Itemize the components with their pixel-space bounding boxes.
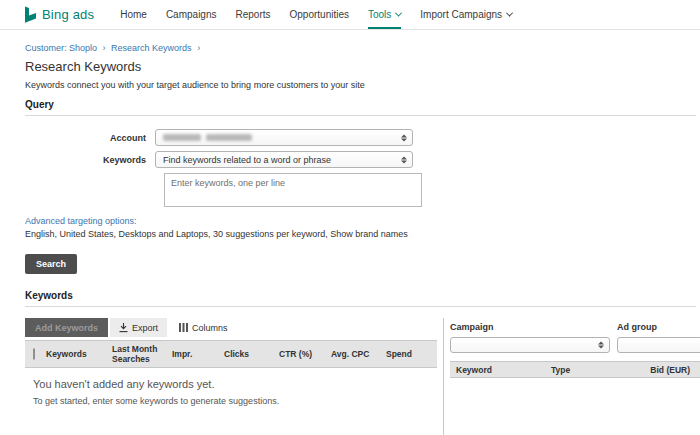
destination-fields: Campaign Ad group bbox=[450, 322, 700, 353]
columns-button[interactable]: Columns bbox=[171, 318, 236, 337]
breadcrumb-customer-link[interactable]: Customer: Shoplo bbox=[25, 43, 97, 53]
ad-group-select[interactable] bbox=[617, 337, 700, 353]
advanced-targeting-summary: English, United States, Desktops and Lap… bbox=[25, 229, 700, 239]
columns-icon bbox=[179, 323, 188, 332]
column-header-bid[interactable]: Bid (EUR) bbox=[635, 365, 700, 375]
add-keywords-button[interactable]: Add Keywords bbox=[25, 318, 108, 337]
page-subtitle: Keywords connect you with your target au… bbox=[25, 80, 700, 90]
select-stepper-icon bbox=[401, 156, 407, 163]
select-stepper-icon bbox=[401, 134, 407, 141]
keywords-mode-row: Keywords Find keywords related to a word… bbox=[0, 151, 700, 168]
column-header-spend[interactable]: Spend bbox=[383, 346, 437, 362]
campaign-select[interactable] bbox=[450, 337, 610, 353]
keywords-mode-select[interactable]: Find keywords related to a word or phras… bbox=[155, 151, 413, 168]
nav-item-home[interactable]: Home bbox=[120, 0, 147, 29]
nav-item-import-campaigns[interactable]: Import Campaigns bbox=[420, 0, 512, 29]
nav-item-tools[interactable]: Tools bbox=[368, 0, 401, 29]
column-header-avg-cpc[interactable]: Avg. CPC bbox=[328, 346, 383, 362]
search-button[interactable]: Search bbox=[25, 254, 77, 274]
page-title: Research Keywords bbox=[25, 59, 700, 74]
keywords-textarea-row bbox=[0, 173, 700, 207]
keywords-mode-selected-option: Find keywords related to a word or phras… bbox=[163, 155, 331, 165]
column-header-keyword[interactable]: Keyword bbox=[450, 365, 545, 375]
select-all-checkbox[interactable] bbox=[33, 348, 35, 360]
keywords-table-header: Keywords Last Month Searches Impr. Click… bbox=[25, 340, 437, 368]
download-icon bbox=[119, 323, 128, 333]
campaign-field: Campaign bbox=[450, 322, 610, 353]
keywords-workspace: Add Keywords Export Columns Keywords bbox=[0, 318, 700, 435]
column-header-last-month-searches[interactable]: Last Month Searches bbox=[109, 341, 169, 367]
query-section-title: Query bbox=[25, 99, 696, 116]
advanced-targeting-link[interactable]: Advanced targeting options: bbox=[25, 216, 700, 226]
empty-state-title: You haven't added any keywords yet. bbox=[33, 378, 437, 390]
keywords-empty-state: You haven't added any keywords yet. To g… bbox=[25, 368, 437, 406]
select-stepper-icon bbox=[598, 342, 604, 349]
column-header-ctr[interactable]: CTR (%) bbox=[276, 346, 328, 362]
nav-item-reports[interactable]: Reports bbox=[235, 0, 270, 29]
breadcrumb-separator: › bbox=[103, 43, 106, 53]
nav-items: Home Campaigns Reports Opportunities Too… bbox=[120, 0, 512, 29]
campaign-label: Campaign bbox=[450, 322, 610, 332]
account-select[interactable] bbox=[155, 129, 413, 146]
keywords-input[interactable] bbox=[164, 173, 422, 207]
query-form: Account Keywords Find keywords related t… bbox=[0, 129, 700, 207]
account-row: Account bbox=[0, 129, 700, 146]
column-header-type[interactable]: Type bbox=[545, 365, 635, 375]
selected-keywords-panel: Campaign Ad group Keyword Type Bid (EUR) bbox=[443, 318, 700, 435]
export-button[interactable]: Export bbox=[110, 318, 167, 337]
bing-b-icon bbox=[22, 6, 37, 24]
account-select-redacted-value bbox=[163, 134, 252, 141]
keywords-label: Keywords bbox=[0, 155, 155, 165]
ad-group-label: Ad group bbox=[617, 322, 700, 332]
column-header-clicks[interactable]: Clicks bbox=[221, 346, 276, 362]
empty-state-hint: To get started, enter some keywords to g… bbox=[33, 396, 437, 406]
keywords-toolbar: Add Keywords Export Columns bbox=[25, 318, 437, 337]
keywords-results-panel: Add Keywords Export Columns Keywords bbox=[25, 318, 437, 435]
breadcrumb-page-link[interactable]: Research Keywords bbox=[111, 43, 192, 53]
chevron-down-icon bbox=[395, 10, 402, 17]
keywords-section-title: Keywords bbox=[25, 290, 696, 307]
column-header-keywords[interactable]: Keywords bbox=[43, 346, 109, 362]
selected-keywords-table-header: Keyword Type Bid (EUR) bbox=[450, 361, 700, 378]
nav-item-campaigns[interactable]: Campaigns bbox=[166, 0, 217, 29]
column-header-impr[interactable]: Impr. bbox=[169, 346, 221, 362]
brand-name: Bing ads bbox=[42, 7, 94, 22]
breadcrumb: Customer: Shoplo › Research Keywords › bbox=[25, 43, 700, 53]
account-label: Account bbox=[0, 133, 155, 143]
breadcrumb-separator: › bbox=[197, 43, 200, 53]
nav-item-opportunities[interactable]: Opportunities bbox=[290, 0, 349, 29]
chevron-down-icon bbox=[506, 10, 513, 17]
bing-ads-logo[interactable]: Bing ads bbox=[22, 0, 94, 29]
top-navigation: Bing ads Home Campaigns Reports Opportun… bbox=[0, 0, 700, 30]
ad-group-field: Ad group bbox=[617, 322, 700, 353]
